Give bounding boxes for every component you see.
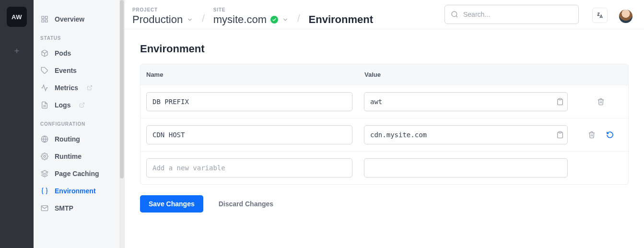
sidebar-item-label: Environment <box>55 187 96 195</box>
svg-rect-20 <box>559 131 561 133</box>
sidebar-item-overview[interactable]: Overview <box>34 11 124 28</box>
svg-rect-3 <box>45 16 47 19</box>
form-actions: Save Changes Discard Changes <box>140 195 629 213</box>
sidebar-item-runtime[interactable]: Runtime <box>34 148 124 165</box>
breadcrumb-project-label: PROJECT <box>132 7 193 12</box>
gear-icon <box>40 152 49 161</box>
breadcrumb-separator: / <box>293 13 305 29</box>
trash-icon <box>588 131 596 139</box>
external-link-icon <box>87 85 93 91</box>
tag-icon <box>40 66 49 75</box>
clipboard-icon[interactable] <box>556 98 564 106</box>
layers-icon <box>40 169 49 178</box>
env-name-new-input[interactable] <box>146 158 352 177</box>
sidebar-item-label: Pods <box>55 49 71 57</box>
delete-row-button[interactable] <box>597 98 605 106</box>
delete-row-button[interactable] <box>588 131 596 139</box>
sidebar-section-status: STATUS <box>34 28 124 45</box>
breadcrumb-project-value: Production <box>132 13 183 26</box>
workspace-badge-text: AW <box>12 13 22 21</box>
breadcrumb-site[interactable]: SITE mysite.com <box>213 7 289 29</box>
table-row-new <box>141 151 628 184</box>
translate-icon <box>596 12 604 19</box>
main-region: PROJECT Production / SITE mysite.com <box>125 0 644 248</box>
sidebar-item-page-caching[interactable]: Page Caching <box>34 165 124 182</box>
table-row <box>141 118 628 151</box>
sidebar-item-label: Events <box>55 67 77 74</box>
revert-row-button[interactable] <box>606 131 614 139</box>
plus-icon <box>13 47 21 55</box>
app-rail: AW <box>0 0 34 248</box>
content-area: Environment Name Value <box>125 29 644 226</box>
refresh-icon <box>606 131 614 139</box>
external-link-icon <box>79 102 85 108</box>
sidebar-item-smtp[interactable]: SMTP <box>34 200 124 217</box>
sidebar-item-label: Runtime <box>55 153 82 160</box>
sidebar-scrollbar[interactable] <box>119 0 124 248</box>
globe-icon <box>40 135 49 143</box>
sidebar-item-events[interactable]: Events <box>34 62 124 79</box>
save-button[interactable]: Save Changes <box>140 195 203 213</box>
breadcrumb-project[interactable]: PROJECT Production <box>132 7 193 29</box>
page-title: Environment <box>140 43 629 55</box>
workspace-badge[interactable]: AW <box>7 7 27 27</box>
env-value-new-input[interactable] <box>364 158 568 177</box>
breadcrumb-page-label <box>309 7 373 12</box>
mail-icon <box>40 204 49 213</box>
column-header-name: Name <box>146 71 364 78</box>
env-name-input[interactable] <box>146 92 352 111</box>
sidebar-item-metrics[interactable]: Metrics <box>34 79 124 96</box>
env-value-input[interactable] <box>364 125 568 144</box>
sidebar-item-routing[interactable]: Routing <box>34 130 124 148</box>
svg-point-14 <box>44 155 46 157</box>
discard-button[interactable]: Discard Changes <box>219 200 273 208</box>
sidebar-section-configuration: CONFIGURATION <box>34 114 124 130</box>
svg-line-18 <box>456 16 457 17</box>
svg-rect-4 <box>42 20 44 22</box>
svg-line-8 <box>89 86 92 89</box>
svg-line-11 <box>82 103 84 106</box>
clipboard-icon[interactable] <box>556 131 564 139</box>
sidebar-item-label: Routing <box>55 135 80 143</box>
table-header: Name Value <box>141 64 628 85</box>
breadcrumb-page: Environment <box>309 7 373 29</box>
env-value-input[interactable] <box>364 92 568 111</box>
add-workspace-button[interactable] <box>8 42 25 59</box>
grid-icon <box>40 15 49 24</box>
breadcrumb-site-value: mysite.com <box>213 13 267 26</box>
sidebar-item-logs[interactable]: Logs <box>34 96 124 114</box>
svg-rect-19 <box>559 98 561 100</box>
svg-point-17 <box>452 12 457 17</box>
scrollbar-thumb[interactable] <box>120 0 124 178</box>
topbar: PROJECT Production / SITE mysite.com <box>125 0 644 29</box>
sidebar-item-label: Page Caching <box>55 170 99 177</box>
search-input[interactable] <box>463 11 573 18</box>
sidebar-item-label: SMTP <box>55 204 73 212</box>
breadcrumb-separator: / <box>197 13 210 29</box>
search-box[interactable] <box>445 5 579 24</box>
sidebar-item-label: Logs <box>55 101 70 109</box>
sidebar-item-environment[interactable]: Environment <box>34 182 124 200</box>
verified-badge-icon <box>270 16 278 24</box>
breadcrumb-site-label: SITE <box>213 7 289 12</box>
activity-icon <box>40 83 49 92</box>
user-avatar[interactable] <box>619 10 632 23</box>
svg-marker-15 <box>41 170 47 174</box>
trash-icon <box>597 98 605 106</box>
chevron-down-icon[interactable] <box>282 16 289 23</box>
env-name-input[interactable] <box>146 125 352 144</box>
braces-icon <box>40 187 49 195</box>
sidebar-item-pods[interactable]: Pods <box>34 45 124 62</box>
sidebar-item-label: Metrics <box>55 84 78 92</box>
column-header-value: Value <box>364 71 622 78</box>
file-icon <box>40 101 49 109</box>
breadcrumb-page-value: Environment <box>309 13 373 26</box>
sidebar-item-label: Overview <box>55 15 84 23</box>
sidebar: Overview STATUS Pods Events Metrics Logs… <box>34 0 125 248</box>
svg-rect-2 <box>42 16 44 19</box>
search-icon <box>451 11 458 18</box>
language-button[interactable] <box>592 8 608 23</box>
chevron-down-icon[interactable] <box>187 16 193 23</box>
table-row <box>141 85 628 118</box>
svg-rect-5 <box>45 20 47 22</box>
